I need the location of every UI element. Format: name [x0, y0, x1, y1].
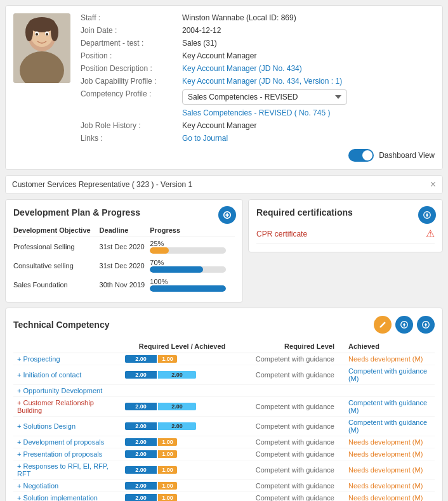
comp-req-level: Competent with guidance	[243, 448, 338, 460]
competency-label: Competency Profile :	[81, 89, 182, 105]
staff-row: Staff : Winston Wannabe (Local ID: 869)	[81, 13, 435, 22]
dashboard-toggle[interactable]	[348, 149, 374, 162]
comp-bars-cell: 2.00 1.00	[121, 353, 243, 365]
staff-value: Winston Wannabe (Local ID: 869)	[182, 13, 296, 22]
comp-name-link[interactable]: + Initiation of contact	[17, 371, 81, 379]
pos-desc-label: Position Description :	[81, 64, 182, 73]
bar-achieved: 2.00	[158, 403, 196, 410]
comp-achieved: Needs development (M)	[338, 436, 435, 448]
bar-group: 2.00 2.00	[125, 403, 239, 410]
comp-name-cell[interactable]: + Initiation of contact	[13, 365, 121, 385]
capability-link[interactable]: Key Account Manager (JD No. 434, Version…	[182, 77, 342, 86]
comp-achieved: Needs development (M)	[338, 448, 435, 460]
comp-achieved: Competent with guidance (M)	[338, 365, 435, 385]
comp-req-level: Competent with guidance	[243, 436, 338, 448]
competency-select[interactable]: Sales Competencies - REVISED	[182, 89, 347, 105]
comp-name-cell[interactable]: + Opportunity Development	[13, 385, 121, 397]
capability-label: Job Capability Profile :	[81, 77, 182, 86]
job-role-row: Job Role History : Key Account Manager	[81, 121, 435, 130]
dev-table-row: Sales Foundation 30th Nov 2019 100%	[13, 275, 235, 294]
certs-link-icon[interactable]	[418, 206, 436, 224]
certs-list: CPR certificate ⚠	[256, 224, 435, 244]
comp-name-cell[interactable]: + Negotiation	[13, 480, 121, 492]
comp-name-cell[interactable]: + Solution implementation	[13, 492, 121, 502]
comp-achieved	[338, 385, 435, 397]
comp-table-row: + Presentation of proposals 2.00 1.00 Co…	[13, 448, 435, 460]
dev-plan-link-icon[interactable]	[218, 206, 236, 224]
pos-desc-row: Position Description : Key Account Manag…	[81, 64, 435, 73]
comp-req-level	[243, 385, 338, 397]
competency-row: Competency Profile : Sales Competencies …	[81, 89, 435, 105]
link-icon	[223, 211, 232, 219]
comp-name-link[interactable]: + Solution implementation	[17, 494, 98, 501]
progress-bar-container	[150, 266, 226, 273]
comp-name-cell[interactable]: + Responses to RFI, EI, RFP, RFT	[13, 460, 121, 480]
bar-required: 2.00	[125, 450, 157, 458]
bar-achieved: 1.00	[158, 450, 177, 458]
journal-link[interactable]: Go to Journal	[182, 134, 228, 143]
certs-link-icon-svg	[423, 211, 432, 219]
comp-req-level: Competent with guidance	[243, 480, 338, 492]
comp-bars-cell: 2.00 1.00	[121, 436, 243, 448]
pos-desc-link[interactable]: Key Account Manager (JD No. 434)	[182, 64, 302, 73]
progress-bar	[150, 266, 203, 273]
bar-required: 2.00	[125, 355, 157, 363]
join-date-label: Join Date :	[81, 26, 182, 35]
certs-title: Required certifications	[256, 207, 435, 218]
comp-bars-cell: 2.00 1.00	[121, 460, 243, 480]
comp-bars-cell: 2.00 2.00	[121, 397, 243, 417]
bar-group: 2.00 1.00	[125, 466, 239, 474]
link-icon-1	[400, 320, 409, 329]
toggle-knob	[362, 150, 372, 160]
bar-achieved: 1.00	[158, 466, 177, 474]
certs-col: Required certifications CPR certificate …	[248, 199, 443, 303]
edit-icon-button[interactable]	[374, 316, 392, 334]
edit-icon	[378, 320, 387, 329]
profile-info: Staff : Winston Wannabe (Local ID: 869) …	[81, 13, 435, 146]
comp-name-link[interactable]: + Development of proposals	[17, 438, 104, 446]
link-icon-button-1[interactable]	[395, 316, 413, 334]
competency-profile-link[interactable]: Sales Competencies - REVISED ( No. 745 )	[182, 108, 330, 117]
comp-name-cell[interactable]: + Solutions Design	[13, 417, 121, 436]
bar-group: 2.00 1.00	[125, 438, 239, 446]
bar-group: 2.00 2.00	[125, 422, 239, 430]
col-deadline: Deadline	[100, 224, 150, 237]
bar-group: 2.00 1.00	[125, 494, 239, 501]
dev-objective: Consultative selling	[13, 256, 100, 275]
comp-table-row: + Customer Relationship Building 2.00 2.…	[13, 397, 435, 417]
profile-card: Staff : Winston Wannabe (Local ID: 869) …	[5, 5, 443, 170]
comp-name-link[interactable]: + Opportunity Development	[17, 387, 102, 394]
dev-progress-cell: 100%	[150, 275, 235, 294]
position-value: Key Account Manager	[182, 51, 256, 60]
link-icon-button-2[interactable]	[417, 316, 435, 334]
bar-group: 2.00 1.00	[125, 482, 239, 490]
comp-req-level: Competent with guidance	[243, 397, 338, 417]
comp-name-link[interactable]: + Responses to RFI, EI, RFP, RFT	[17, 462, 109, 478]
comp-table-row: + Negotiation 2.00 1.00 Competent with g…	[13, 480, 435, 492]
comp-name-cell[interactable]: + Development of proposals	[13, 436, 121, 448]
comp-name-cell[interactable]: + Prospecting	[13, 353, 121, 365]
comp-name-link[interactable]: + Negotiation	[17, 482, 58, 490]
comp-name-link[interactable]: + Solutions Design	[17, 422, 76, 430]
tab-close-button[interactable]: ×	[430, 179, 436, 190]
comp-table: Required Level / Achieved Required Level…	[13, 340, 435, 501]
avatar	[13, 13, 70, 83]
position-label: Position :	[81, 51, 182, 60]
comp-name-link[interactable]: + Presentation of proposals	[17, 450, 102, 458]
cert-name: CPR certificate	[256, 230, 421, 238]
competency-profile-spacer	[81, 108, 182, 117]
comp-achieved: Needs development (M)	[338, 480, 435, 492]
comp-bars-cell: 2.00 1.00	[121, 480, 243, 492]
progress-bar	[150, 247, 169, 254]
toggle-row: Dashboard View	[13, 149, 435, 162]
comp-name-link[interactable]: + Prospecting	[17, 355, 60, 363]
comp-name-cell[interactable]: + Presentation of proposals	[13, 448, 121, 460]
svg-point-5	[25, 23, 33, 41]
comp-req-level: Competent with guidance	[243, 353, 338, 365]
comp-name-link[interactable]: + Customer Relationship Building	[17, 399, 94, 414]
dashboard-label: Dashboard View	[379, 151, 435, 160]
cert-warning-icon: ⚠	[426, 228, 435, 240]
comp-name-cell[interactable]: + Customer Relationship Building	[13, 397, 121, 417]
bar-achieved: 2.00	[158, 371, 196, 379]
comp-achieved: Needs development (M)	[338, 353, 435, 365]
